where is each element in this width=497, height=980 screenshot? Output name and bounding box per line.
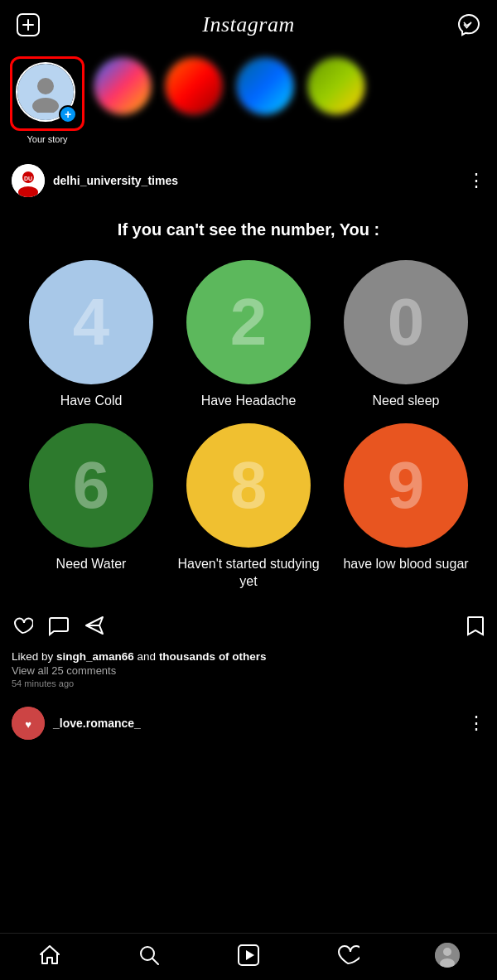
post-image-area: If you can't see the number, You : 4 Hav… [0,205,497,606]
stories-row: + Your story [0,50,497,152]
next-post-username: _love.romance_ [53,717,141,730]
circle-item-4: 8 Haven't started studying yet [174,423,323,591]
next-post-user[interactable]: ♥ _love.romance_ [12,707,141,740]
liked-by-text: Liked by singh_aman66 and thousands of o… [12,650,485,663]
story-item-1[interactable] [93,56,156,119]
post-title: If you can't see the number, You : [10,219,487,240]
circle-2: 0 [344,260,468,384]
like-button[interactable] [12,615,33,642]
profile-nav-button[interactable] [431,942,464,968]
time-ago: 54 minutes ago [12,678,485,688]
post-header: DU delhi_university_times ⋮ [0,156,497,205]
post-username: delhi_university_times [53,174,178,187]
next-post-options-button[interactable]: ⋮ [467,712,485,734]
post-options-button[interactable]: ⋮ [467,170,485,191]
post-meta: Liked by singh_aman66 and thousands of o… [0,647,497,693]
circle-5: 9 [344,423,468,548]
svg-point-4 [32,98,59,113]
liked-by-others: thousands of others [159,650,267,663]
post-user-avatar: DU [12,164,45,197]
circle-0: 4 [29,260,153,384]
circle-item-5: 9 have low blood sugar [331,423,480,591]
svg-line-13 [152,958,158,964]
post-user[interactable]: DU delhi_university_times [12,164,178,197]
circle-label-0: Have Cold [60,393,123,410]
liked-by-user[interactable]: singh_aman66 [56,650,134,663]
circles-grid: 4 Have Cold 2 Have Headache 0 Need sleep… [10,260,487,590]
story-avatar-1 [93,56,152,116]
circle-3: 6 [29,423,153,548]
svg-text:DU: DU [24,176,32,181]
share-button[interactable] [84,615,106,642]
top-navigation: Instagram [0,0,497,50]
liked-by-suffix: and [134,650,159,663]
liked-by-prefix: Liked by [12,650,56,663]
circle-label-4: Haven't started studying yet [174,556,323,591]
circle-item-1: 2 Have Headache [174,260,323,410]
circle-4: 8 [186,423,311,548]
circle-label-5: have low blood sugar [343,556,468,573]
svg-point-16 [443,948,451,956]
home-nav-button[interactable] [33,942,66,968]
reels-nav-button[interactable] [232,942,265,968]
story-item-4[interactable] [306,56,369,119]
post-actions-left [12,615,106,642]
post-actions [0,606,497,647]
circle-item-3: 6 Need Water [17,423,166,591]
add-story-badge: + [59,105,77,123]
search-nav-button[interactable] [133,942,166,968]
story-item-2[interactable] [164,56,227,119]
story-avatar-3 [235,56,295,116]
profile-avatar [435,943,460,968]
post-container: DU delhi_university_times ⋮ If you can't… [0,156,497,693]
your-story-item[interactable]: + Your story [10,56,84,144]
next-post-avatar: ♥ [12,707,45,740]
activity-nav-button[interactable] [331,942,364,968]
bottom-navigation [0,933,497,980]
app-title: Instagram [202,12,294,37]
comment-button[interactable] [48,615,70,642]
circle-label-1: Have Headache [201,393,297,410]
circle-item-0: 4 Have Cold [17,260,166,410]
next-post-header: ♥ _love.romance_ ⋮ [0,697,497,750]
bookmark-button[interactable] [466,616,485,642]
circle-label-2: Need sleep [373,393,440,410]
messenger-icon[interactable] [454,10,484,40]
circle-item-2: 0 Need sleep [331,260,480,410]
story-avatar-4 [306,56,366,116]
story-avatar-2 [164,56,224,116]
your-story-label: Your story [27,134,67,144]
story-item-3[interactable] [235,56,298,119]
circle-1: 2 [186,260,311,384]
view-comments[interactable]: View all 25 comments [12,664,485,677]
add-post-icon[interactable] [13,10,43,40]
svg-point-3 [37,78,54,94]
svg-text:♥: ♥ [25,718,31,731]
circle-label-3: Need Water [56,556,127,573]
